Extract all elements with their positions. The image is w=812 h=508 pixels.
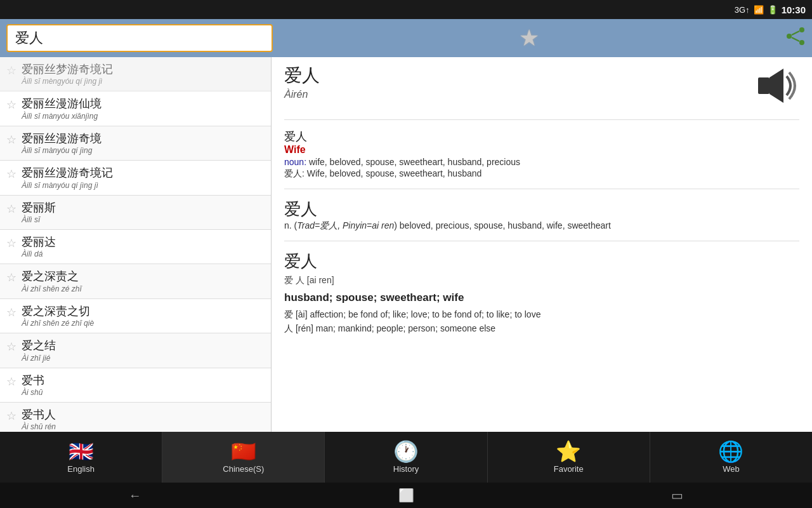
item-star-icon[interactable]: ☆ <box>6 64 16 77</box>
item-chinese: 爱丽达 <box>22 235 265 250</box>
list-item[interactable]: ☆ 爱丽丝漫游仙境 Àilì sī mànyóu xiānjìng <box>0 91 271 126</box>
entry2-zh-def: 爱人: Wife, beloved, spouse, sweetheart, h… <box>284 168 799 180</box>
favorite-star-nav-icon: ⭐ <box>556 441 581 462</box>
nav-item-history[interactable]: 🕐 History <box>325 432 487 483</box>
item-text: 爱之深责之 Ài zhī shēn zé zhī <box>22 269 265 293</box>
entry1-title: 爱人 <box>284 64 742 88</box>
battery-icon: 🔋 <box>768 5 778 15</box>
item-star-icon[interactable]: ☆ <box>6 305 16 319</box>
speaker-icon[interactable] <box>755 64 799 110</box>
home-button[interactable]: ⬜ <box>398 488 414 503</box>
svg-point-0 <box>799 27 804 32</box>
nav-history-label: History <box>393 464 419 474</box>
svg-point-1 <box>787 34 792 39</box>
item-chinese: 爱丽斯 <box>22 201 265 215</box>
item-pinyin: Ài shū <box>22 388 265 397</box>
list-item[interactable]: ☆ 爱书 Ài shū <box>0 368 271 403</box>
nav-item-web[interactable]: 🌐 Web <box>650 432 812 483</box>
item-star-icon[interactable]: ☆ <box>6 409 16 423</box>
list-item[interactable]: ☆ 爱之结 Ài zhī jié <box>0 333 271 368</box>
android-bar: ← ⬜ ▭ <box>0 483 812 508</box>
item-star-icon[interactable]: ☆ <box>6 375 16 389</box>
back-button[interactable]: ← <box>129 488 141 503</box>
list-item[interactable]: ☆ 爱丽达 Àilì dá <box>0 230 271 264</box>
entry-section-3: 爱人 n. (Trad=爱人, Pinyin=ai ren) beloved, … <box>284 198 799 241</box>
entry2-noun-label: noun: <box>284 157 306 167</box>
header-center: ★ <box>273 27 785 50</box>
svg-rect-5 <box>758 77 769 94</box>
list-item[interactable]: ☆ 爱丽丝漫游奇境 Àilì sī mànyóu qí jìng <box>0 126 271 161</box>
list-item[interactable]: ☆ 爱之深责之切 Ài zhī shēn zé zhī qiè <box>0 299 271 333</box>
web-globe-icon: 🌐 <box>718 441 743 462</box>
chinese-flag-icon: 🇨🇳 <box>231 441 256 462</box>
search-input[interactable] <box>6 24 273 52</box>
svg-line-3 <box>792 31 799 35</box>
item-star-icon[interactable]: ☆ <box>6 98 16 112</box>
item-pinyin: Àilì sī mànyóu qí jìng jì <box>22 181 265 190</box>
entry3-detail: n. (Trad=爱人, Pinyin=ai ren) beloved, pre… <box>284 220 799 232</box>
item-star-icon[interactable]: ☆ <box>6 167 16 181</box>
item-star-icon[interactable]: ☆ <box>6 133 16 147</box>
entry1-pinyin: Àirén <box>284 89 742 100</box>
entry2-definitions: noun: wife, beloved, spouse, sweetheart,… <box>284 157 799 167</box>
item-text: 爱丽丝梦游奇境记 Àilì sī mèngyóu qí jìng jì <box>22 62 265 86</box>
wifi-icon: 📶 <box>754 5 764 15</box>
svg-line-4 <box>792 37 799 41</box>
list-item[interactable]: ☆ 爱之深责之 Ài zhī shēn zé zhī <box>0 264 271 298</box>
item-star-icon[interactable]: ☆ <box>6 271 16 284</box>
item-text: 爱丽斯 Àilì sī <box>22 201 265 224</box>
item-star-icon[interactable]: ☆ <box>6 236 16 250</box>
entry-section-2: 爱人 Wife noun: wife, beloved, spouse, swe… <box>284 129 799 189</box>
item-pinyin: Àilì sī mèngyóu qí jìng jì <box>22 77 265 86</box>
nav-item-english[interactable]: 🇬🇧 English <box>0 432 162 483</box>
item-text: 爱书人 Ài shū rén <box>22 408 265 431</box>
entry3-trad: Trad=爱人, Pinyin=ai ren <box>297 220 394 231</box>
item-text: 爱之深责之切 Ài zhī shēn zé zhī qiè <box>22 304 265 328</box>
item-pinyin: Ài zhī shēn zé zhī qiè <box>22 319 265 328</box>
item-chinese: 爱丽丝漫游仙境 <box>22 97 265 111</box>
item-text: 爱丽丝漫游奇境记 Àilì sī mànyóu qí jìng jì <box>22 166 265 189</box>
entry2-def-text: wife, beloved, spouse, sweetheart, husba… <box>309 157 520 167</box>
item-star-icon[interactable]: ☆ <box>6 340 16 354</box>
item-star-icon[interactable]: ☆ <box>6 202 16 216</box>
recent-apps-button[interactable]: ▭ <box>671 488 683 503</box>
header: ★ <box>0 19 812 57</box>
item-pinyin: Ài shū rén <box>22 422 265 431</box>
list-item[interactable]: ☆ 爱丽斯 Àilì sī <box>0 196 271 230</box>
signal-icon: 3G↑ <box>735 5 750 15</box>
left-panel: ☆ 爱丽丝梦游奇境记 Àilì sī mèngyóu qí jìng jì ☆ … <box>0 57 272 432</box>
list-item[interactable]: ☆ 爱丽丝漫游奇境记 Àilì sī mànyóu qí jìng jì <box>0 161 271 195</box>
share-icon[interactable] <box>785 26 806 51</box>
nav-chinese-label: Chinese(S) <box>223 464 264 474</box>
item-chinese: 爱之结 <box>22 338 265 353</box>
nav-english-label: English <box>67 464 95 474</box>
entry2-pos-label: Wife <box>284 144 799 156</box>
clock: 10:30 <box>782 4 806 15</box>
svg-marker-6 <box>769 69 783 103</box>
item-pinyin: Àilì dá <box>22 250 265 258</box>
entry4-ren-def: 人 [rén] man; mankind; people; person; so… <box>284 323 799 335</box>
list-item[interactable]: ☆ 爱丽丝梦游奇境记 Àilì sī mèngyóu qí jìng jì <box>0 57 271 91</box>
entry4-bold-def: husband; spouse; sweetheart; wife <box>284 291 799 304</box>
entry4-ai-def: 爱 [ài] affection; be fond of; like; love… <box>284 309 799 321</box>
nav-item-favorite[interactable]: ⭐ Favorite <box>488 432 650 483</box>
item-pinyin: Àilì sī mànyóu qí jìng <box>22 146 265 155</box>
entry3-pos: n. ( <box>284 220 297 231</box>
item-chinese: 爱丽丝梦游奇境记 <box>22 62 265 77</box>
item-chinese: 爱书 <box>22 373 265 388</box>
nav-favorite-label: Favorite <box>554 464 584 474</box>
right-panel: 爱人 Àirén 爱人 Wife noun: <box>272 57 812 432</box>
item-chinese: 爱丽丝漫游奇境 <box>22 131 265 146</box>
entry-section-1: 爱人 Àirén <box>284 64 799 120</box>
favorite-star-icon[interactable]: ★ <box>519 27 539 50</box>
history-clock-icon: 🕐 <box>393 441 419 462</box>
item-text: 爱书 Ài shū <box>22 373 265 397</box>
entry4-title: 爱人 <box>284 250 799 272</box>
entry2-title: 爱人 <box>284 129 799 144</box>
list-item[interactable]: ☆ 爱书人 Ài shū rén <box>0 403 271 432</box>
english-flag-icon: 🇬🇧 <box>69 441 94 462</box>
item-pinyin: Ài zhī shēn zé zhī <box>22 284 265 293</box>
item-text: 爱之结 Ài zhī jié <box>22 338 265 362</box>
item-text: 爱丽丝漫游仙境 Àilì sī mànyóu xiānjìng <box>22 97 265 120</box>
nav-item-chinese[interactable]: 🇨🇳 Chinese(S) <box>162 432 325 483</box>
